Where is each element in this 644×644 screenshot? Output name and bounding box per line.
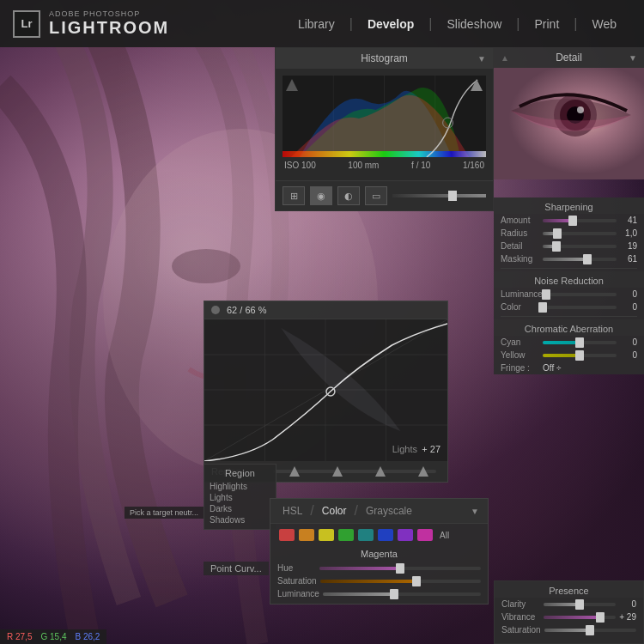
swatch-aqua[interactable] bbox=[358, 529, 374, 541]
chromatic-aberration-section: Chromatic Aberration Cyan 0 Yellow 0 Fri… bbox=[494, 319, 644, 374]
hsl-hue-thumb[interactable] bbox=[396, 563, 404, 574]
chromatic-cyan-slider[interactable] bbox=[543, 341, 617, 344]
histogram-meta: ISO 100 100 mm f / 10 1/160 bbox=[283, 157, 486, 173]
noise-color-slider[interactable] bbox=[543, 306, 617, 309]
histogram-arrow[interactable]: ▼ bbox=[477, 54, 486, 64]
sharpening-detail-row: Detail 19 bbox=[494, 240, 644, 252]
detail-expand[interactable]: ▲ bbox=[501, 53, 509, 63]
histogram-curve bbox=[283, 76, 486, 157]
tool-crop[interactable]: ⊞ bbox=[283, 186, 305, 205]
sharpening-radius-thumb[interactable] bbox=[553, 228, 562, 239]
chromatic-fringe-value[interactable]: Off ÷ bbox=[543, 363, 568, 373]
tool-tone[interactable]: ◐ bbox=[337, 186, 360, 205]
swatch-blue[interactable] bbox=[378, 529, 393, 541]
swatch-orange[interactable] bbox=[299, 529, 314, 541]
sharpening-section: Sharpening Amount 41 Radius 1,0 Detail 1… bbox=[494, 197, 644, 265]
presence-clarity-fill bbox=[544, 603, 580, 606]
presence-clarity-label: Clarity bbox=[501, 599, 540, 609]
tool-red-eye[interactable]: ▭ bbox=[365, 186, 387, 205]
hsl-luminance-thumb[interactable] bbox=[390, 589, 398, 599]
sharpening-amount-row: Amount 41 bbox=[494, 214, 644, 227]
sharpening-masking-label: Masking bbox=[501, 254, 539, 264]
hsl-luminance-slider[interactable] bbox=[323, 592, 481, 596]
noise-color-label: Color bbox=[501, 302, 539, 312]
hsl-saturation-slider[interactable] bbox=[320, 580, 481, 583]
nav-develop[interactable]: Develop bbox=[357, 13, 424, 35]
sharpening-masking-slider[interactable] bbox=[543, 258, 617, 261]
svg-rect-5 bbox=[283, 151, 486, 157]
detail-arrow[interactable]: ▼ bbox=[629, 53, 637, 63]
curves-bottom-slider[interactable] bbox=[269, 465, 440, 478]
presence-clarity-slider[interactable] bbox=[544, 603, 616, 606]
hsl-panel: HSL / Color / Grayscale ▼ All Magenta Hu… bbox=[270, 498, 489, 605]
presence-clarity-thumb[interactable] bbox=[575, 599, 584, 610]
nav-slideshow[interactable]: Slideshow bbox=[437, 13, 513, 35]
presence-vibrance-fill bbox=[544, 616, 600, 619]
chromatic-yellow-label: Yellow bbox=[501, 350, 539, 360]
presence-saturation-slider[interactable] bbox=[544, 629, 636, 632]
presence-vibrance-thumb[interactable] bbox=[596, 612, 605, 623]
presence-vibrance-slider[interactable] bbox=[544, 616, 616, 619]
tool-slider[interactable] bbox=[392, 194, 486, 197]
noise-luminance-thumb[interactable] bbox=[542, 289, 550, 300]
chromatic-yellow-row: Yellow 0 bbox=[494, 349, 644, 361]
sharpening-amount-label: Amount bbox=[501, 216, 539, 225]
point-curve-label[interactable]: Point Curv... bbox=[204, 562, 269, 575]
sharpening-masking-fill bbox=[543, 258, 587, 261]
chromatic-yellow-fill bbox=[543, 354, 580, 357]
swatch-magenta[interactable] bbox=[417, 529, 433, 541]
hsl-luminance-label: Luminance bbox=[277, 589, 319, 598]
sharpening-radius-slider[interactable] bbox=[543, 232, 617, 235]
region-lights-label: Lights bbox=[392, 444, 417, 454]
hsl-arrow[interactable]: ▼ bbox=[471, 507, 479, 516]
region-shadows: Shadows bbox=[210, 514, 270, 526]
hist-shutter: 1/160 bbox=[463, 161, 484, 170]
sharpening-amount-value: 41 bbox=[620, 216, 637, 225]
hsl-saturation-thumb[interactable] bbox=[412, 576, 421, 586]
sharpening-detail-value: 19 bbox=[620, 241, 637, 251]
hsl-hue-fill bbox=[319, 567, 400, 570]
nav-sep-4: | bbox=[574, 16, 577, 32]
presence-saturation-thumb[interactable] bbox=[586, 625, 594, 635]
noise-color-thumb[interactable] bbox=[538, 302, 547, 313]
tab-hsl[interactable]: HSL bbox=[279, 503, 306, 519]
swatch-green[interactable] bbox=[338, 529, 354, 541]
nav-library[interactable]: Library bbox=[288, 13, 345, 35]
chromatic-yellow-slider[interactable] bbox=[543, 354, 617, 357]
sharpening-detail-thumb[interactable] bbox=[552, 241, 561, 252]
sharpening-detail-slider[interactable] bbox=[543, 245, 617, 248]
presence-title: Presence bbox=[495, 581, 643, 598]
presence-clarity-value: 0 bbox=[619, 599, 636, 609]
tab-color[interactable]: Color bbox=[319, 503, 350, 519]
sharpening-amount-slider[interactable] bbox=[543, 219, 617, 222]
sharpening-amount-thumb[interactable] bbox=[568, 216, 577, 226]
chromatic-title: Chromatic Aberration bbox=[494, 319, 644, 336]
region-panel: Region Highlights Lights Darks Shadows bbox=[204, 464, 276, 530]
tool-slider-thumb[interactable] bbox=[448, 191, 457, 201]
color-swatches: All bbox=[270, 524, 488, 546]
sharpening-detail-label: Detail bbox=[501, 241, 539, 251]
noise-luminance-slider[interactable] bbox=[546, 293, 617, 296]
detail-panel: Detail ▼ ▲ bbox=[494, 47, 644, 179]
nav-web[interactable]: Web bbox=[581, 13, 627, 35]
chromatic-cyan-thumb[interactable] bbox=[575, 337, 584, 348]
logo-text: ADOBE PHOTOSHOP LIGHTROOM bbox=[49, 9, 169, 38]
swatch-purple[interactable] bbox=[398, 529, 413, 541]
chromatic-yellow-thumb[interactable] bbox=[575, 350, 584, 361]
sharpening-masking-thumb[interactable] bbox=[583, 254, 592, 264]
tool-circle[interactable]: ◉ bbox=[310, 186, 332, 205]
swatch-yellow[interactable] bbox=[319, 529, 334, 541]
histogram-display bbox=[283, 76, 486, 157]
swatch-red[interactable] bbox=[279, 529, 295, 541]
hsl-hue-slider[interactable] bbox=[319, 567, 481, 570]
lr-badge: Lr bbox=[13, 10, 40, 38]
chromatic-fringe-row: Fringe : Off ÷ bbox=[494, 361, 644, 374]
curves-display[interactable]: Lights + 27 bbox=[204, 319, 447, 461]
hsl-saturation-label: Saturation bbox=[277, 576, 317, 586]
region-panel-title: Region bbox=[210, 468, 270, 481]
swatch-all[interactable]: All bbox=[440, 531, 449, 540]
nav-print[interactable]: Print bbox=[525, 13, 570, 35]
presence-clarity-row: Clarity 0 bbox=[495, 598, 643, 611]
curves-circle-icon bbox=[211, 306, 220, 314]
tab-grayscale[interactable]: Grayscale bbox=[362, 503, 416, 519]
